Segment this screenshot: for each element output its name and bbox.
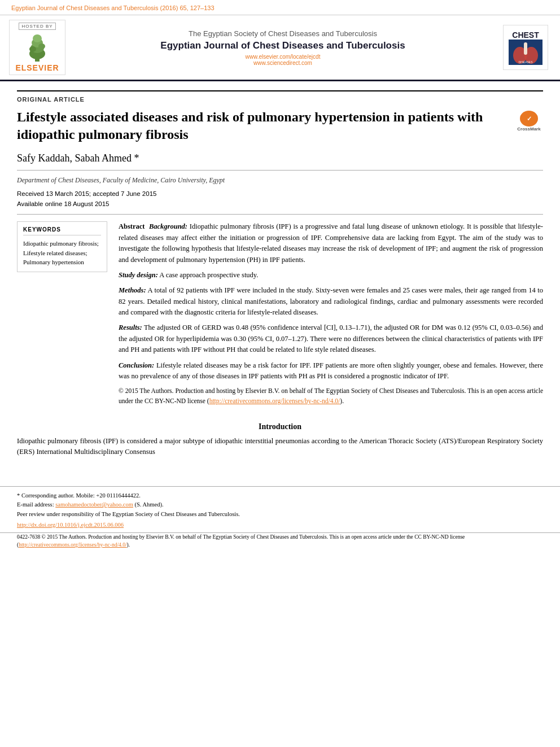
received-date: Received 13 March 2015; accepted 7 June …	[17, 190, 543, 197]
abstract-study-design: Study design: A case approach prospectiv…	[119, 270, 543, 281]
crossmark-svg: ✓	[523, 113, 535, 124]
abstract-results: Results: The adjusted OR of GERD was 0.4…	[119, 322, 543, 355]
background-label: Background:	[149, 222, 187, 230]
footnote-peer-review: Peer review under responsibility of The …	[17, 510, 543, 519]
svg-text:DISEASES: DISEASES	[518, 60, 533, 64]
elsevier-tree-icon	[20, 32, 54, 63]
bottom-license-link[interactable]: http://creativecommons.org/licenses/by-n…	[19, 542, 126, 548]
issn-text: 0422-7638 © 2015 The Authors. Production…	[17, 534, 328, 540]
elsevier-logo: HOSTED BY ELSEVIER	[9, 20, 65, 75]
chest-logo-title: CHEST	[512, 30, 539, 40]
article-title: Lifestyle associated diseases and risk o…	[17, 108, 509, 143]
license-link[interactable]: http://creativecommons.org/licenses/by-n…	[209, 397, 340, 404]
page-footer: * Corresponding author. Mobile: +20 0111…	[0, 486, 560, 528]
results-label: Results:	[119, 324, 142, 331]
svg-point-5	[29, 46, 36, 52]
journal-citation: Egyptian Journal of Chest Diseases and T…	[11, 5, 215, 11]
email-address[interactable]: samohamedoctober@yahoo.com	[55, 501, 133, 508]
author-names: Safy Kaddah, Sabah Ahmed *	[17, 152, 139, 164]
introduction-title: Introduction	[17, 422, 543, 431]
introduction-text: Idiopathic pulmonary fibrosis (IPF) is c…	[17, 436, 543, 458]
abstract-section: Abstract Background: Idiopathic pulmonar…	[119, 221, 543, 407]
journal-header: HOSTED BY ELSEVIER The Egyptian Society …	[0, 15, 560, 81]
copyright-end: ).	[340, 397, 344, 404]
abstract-background: Abstract Background: Idiopathic pulmonar…	[119, 221, 543, 265]
abstract-conclusion: Conclusion: Lifestyle related diseases m…	[119, 360, 543, 382]
available-date: Available online 18 August 2015	[17, 200, 543, 207]
top-bar: Egyptian Journal of Chest Diseases and T…	[0, 0, 560, 15]
authors: Safy Kaddah, Sabah Ahmed *	[17, 152, 543, 164]
abstract-label: Abstract	[119, 222, 149, 230]
crossmark-icon: ✓	[520, 111, 538, 126]
svg-point-6	[38, 43, 45, 49]
main-content: ORIGINAL ARTICLE Lifestyle associated di…	[0, 81, 560, 469]
svg-text:✓: ✓	[527, 115, 532, 122]
conclusion-label: Conclusion:	[119, 361, 154, 369]
divider1	[17, 170, 543, 171]
keywords-box: KEYWORDS Idiopathic pulmonary fibrosis; …	[17, 221, 107, 272]
elsevier-wordmark: ELSEVIER	[15, 63, 59, 72]
footnote-email: E-mail address: samohamedoctober@yahoo.c…	[17, 500, 543, 510]
keyword-1: Idiopathic pulmonary fibrosis;	[23, 239, 101, 248]
crossmark-label: CrossMark	[517, 126, 540, 132]
keyword-2: Lifestyle related diseases;	[23, 248, 101, 258]
hosted-by-label: HOSTED BY	[19, 23, 55, 30]
affiliation: Department of Chest Diseases, Faculty of…	[17, 176, 543, 185]
crossmark-widget[interactable]: ✓ CrossMark	[515, 111, 543, 132]
introduction-section: Introduction Idiopathic pulmonary fibros…	[17, 422, 543, 458]
society-name: The Egyptian Society of Chest Diseases a…	[189, 29, 377, 38]
keyword-3: Pulmonary hypertension	[23, 257, 101, 267]
chest-logo: CHEST DISEASES	[500, 20, 551, 75]
chest-lung-icon: DISEASES	[509, 40, 542, 65]
article-type: ORIGINAL ARTICLE	[17, 90, 543, 103]
methods-text: A total of 92 patients with IPF were inc…	[119, 286, 543, 316]
journal-full-name: Egyptian Journal of Chest Diseases and T…	[160, 40, 405, 51]
two-col-layout: KEYWORDS Idiopathic pulmonary fibrosis; …	[17, 221, 543, 411]
email-suffix: (S. Ahmed).	[133, 501, 164, 508]
svg-point-4	[33, 34, 42, 42]
link1[interactable]: www.elsevier.com/locate/ejcdt	[246, 54, 321, 60]
link2[interactable]: www.sciencedirect.com	[253, 60, 312, 66]
email-label: E-mail address:	[17, 501, 55, 508]
left-column: KEYWORDS Idiopathic pulmonary fibrosis; …	[17, 221, 107, 411]
bottom-bar: 0422-7638 © 2015 The Authors. Production…	[0, 532, 560, 561]
bottom-license-end: ).	[127, 542, 130, 548]
chest-logo-box: CHEST DISEASES	[503, 25, 548, 70]
divider2	[17, 214, 543, 215]
doi-link[interactable]: http://dx.doi.org/10.1016/j.ejcdt.2015.0…	[17, 522, 543, 528]
right-column: Abstract Background: Idiopathic pulmonar…	[119, 221, 543, 411]
article-title-row: Lifestyle associated diseases and risk o…	[17, 108, 543, 143]
journal-links: www.elsevier.com/locate/ejcdt www.scienc…	[246, 54, 321, 66]
results-text: The adjusted OR of GERD was 0.48 (95% co…	[119, 324, 543, 353]
study-design-text: A case approach prospective study.	[159, 271, 258, 279]
abstract-methods: Methods: A total of 92 patients with IPF…	[119, 285, 543, 318]
footnote-corresponding: * Corresponding author. Mobile: +20 0111…	[17, 491, 543, 501]
methods-label: Methods:	[119, 286, 146, 294]
keywords-title: KEYWORDS	[23, 226, 101, 235]
journal-center: The Egyptian Society of Chest Diseases a…	[71, 20, 495, 75]
conclusion-text: Lifestyle related diseases may be a risk…	[119, 361, 543, 380]
svg-rect-10	[524, 42, 527, 55]
copyright-text: © 2015 The Authors. Production and hosti…	[119, 386, 543, 407]
study-design-label: Study design:	[119, 271, 158, 279]
